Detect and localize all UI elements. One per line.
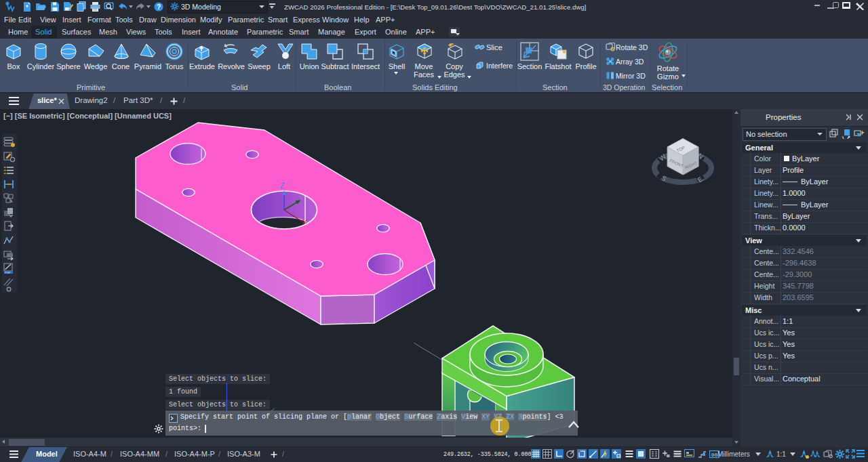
- svg-text:PGP: PGP: [5, 271, 11, 274]
- svg-text:Z: Z: [280, 182, 285, 190]
- svg-text:?: ?: [157, 3, 161, 11]
